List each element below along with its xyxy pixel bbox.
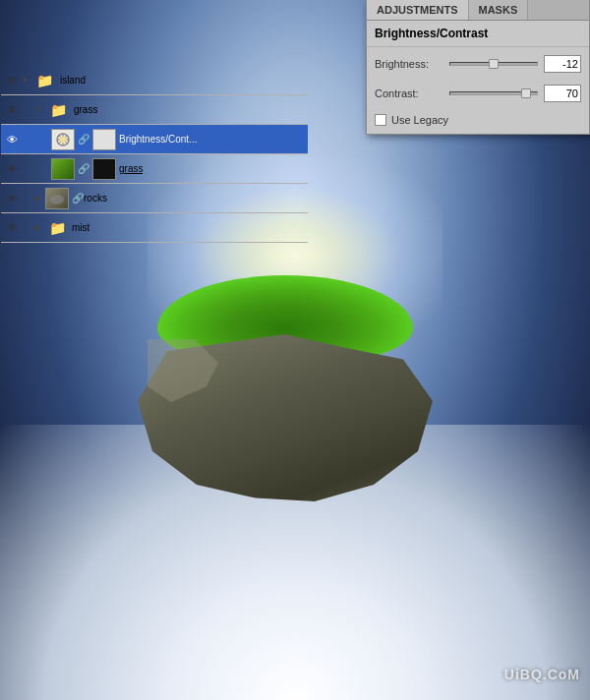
layer-indent-island: ▼ 📁 island xyxy=(21,70,306,91)
use-legacy-label: Use Legacy xyxy=(391,114,448,126)
use-legacy-checkbox[interactable] xyxy=(375,114,386,126)
contrast-row: Contrast: xyxy=(367,77,589,106)
brightness-value-input[interactable] xyxy=(544,55,581,73)
folder-icon-island: 📁 xyxy=(36,73,53,88)
mask-thumb-grass xyxy=(92,158,116,180)
brightness-icon xyxy=(54,131,72,148)
contrast-slider-track xyxy=(449,91,538,95)
layer-name-rocks[interactable]: rocks xyxy=(84,193,107,204)
svg-point-2 xyxy=(50,195,64,204)
rocks-link-icon xyxy=(48,190,66,207)
visibility-icon-mist[interactable]: 👁 xyxy=(3,219,21,237)
layer-indent-mist: ▶ 📁 mist xyxy=(34,217,306,239)
visibility-icon-grass-layer[interactable]: 👁 xyxy=(3,160,21,178)
contrast-label: Contrast: xyxy=(375,88,443,99)
brightness-thumb xyxy=(51,129,75,150)
layer-indent-grass-folder: ▼ 📁 grass xyxy=(34,99,306,121)
brightness-slider-track xyxy=(449,62,538,66)
expand-triangle-island[interactable]: ▼ xyxy=(21,76,29,85)
layers-list: 👁 ▼ 📁 island 👁 ▼ 📁 grass 👁 xyxy=(1,66,309,243)
island-image xyxy=(128,275,462,501)
brightness-slider-container xyxy=(449,55,538,73)
chain-icon-grass: 🔗 xyxy=(78,163,89,174)
layer-row-mist[interactable]: 👁 ▶ 📁 mist xyxy=(1,213,308,243)
expand-triangle-rocks[interactable]: ▶ xyxy=(34,194,40,203)
layer-name-grass[interactable]: grass xyxy=(119,163,143,174)
folder-thumb-mist: 📁 xyxy=(45,217,69,239)
watermark-bottom: UiBQ.CoM xyxy=(504,667,580,682)
layer-row-island[interactable]: 👁 ▼ 📁 island xyxy=(1,66,308,95)
brightness-slider-thumb[interactable] xyxy=(489,59,499,69)
layer-row-brightness[interactable]: 👁 🔗 Brightness/Cont... xyxy=(1,125,308,154)
layer-row-rocks[interactable]: 👁 ▶ 🔗 rocks xyxy=(1,184,308,213)
adjustments-title: Brightness/Contrast xyxy=(367,21,589,47)
layer-row-grass-layer[interactable]: 👁 🔗 grass xyxy=(1,154,308,184)
layer-indent-brightness: 🔗 Brightness/Cont... xyxy=(48,129,306,150)
visibility-icon-grass-folder[interactable]: 👁 xyxy=(3,101,21,119)
contrast-value-input[interactable] xyxy=(544,85,581,102)
folder-thumb-grass: 📁 xyxy=(47,99,71,121)
brightness-label: Brightness: xyxy=(375,58,443,70)
folder-thumb-island: 📁 xyxy=(33,70,57,91)
expand-triangle-mist[interactable]: ▶ xyxy=(34,223,40,232)
tab-masks[interactable]: MASKS xyxy=(469,0,529,20)
brightness-row: Brightness: xyxy=(367,47,589,77)
chain-icon-rocks: 🔗 xyxy=(72,193,84,204)
expand-triangle-grass[interactable]: ▼ xyxy=(34,105,42,114)
layer-name-grass-folder[interactable]: grass xyxy=(74,104,97,115)
layer-row-grass-folder[interactable]: 👁 ▼ 📁 grass xyxy=(1,95,308,125)
mask-thumb-brightness xyxy=(92,129,116,150)
layer-name-mist[interactable]: mist xyxy=(72,222,89,233)
tab-adjustments[interactable]: ADJUSTMENTS xyxy=(367,0,469,20)
layer-name-brightness[interactable]: Brightness/Cont... xyxy=(119,134,197,145)
grass-layer-thumb xyxy=(51,158,75,180)
folder-icon-mist: 📁 xyxy=(49,220,66,236)
adjustments-panel-tabs: ADJUSTMENTS MASKS xyxy=(367,0,589,21)
contrast-slider-thumb[interactable] xyxy=(521,88,531,98)
layer-indent-rocks: ▶ 🔗 rocks xyxy=(34,188,306,209)
layer-indent-grass-layer: 🔗 grass xyxy=(48,158,306,180)
adjustments-panel: ADJUSTMENTS MASKS Brightness/Contrast Br… xyxy=(366,0,590,135)
rocks-thumb xyxy=(45,188,69,209)
visibility-icon-rocks[interactable]: 👁 xyxy=(3,190,21,207)
visibility-icon-island[interactable]: 👁 xyxy=(3,72,21,89)
visibility-icon-brightness[interactable]: 👁 xyxy=(3,131,21,148)
svg-point-1 xyxy=(60,137,66,143)
layer-name-island[interactable]: island xyxy=(60,75,86,86)
use-legacy-row: Use Legacy xyxy=(367,106,589,134)
contrast-slider-container xyxy=(449,85,538,102)
folder-icon-grass: 📁 xyxy=(50,102,67,118)
chain-icon-brightness: 🔗 xyxy=(78,134,89,145)
